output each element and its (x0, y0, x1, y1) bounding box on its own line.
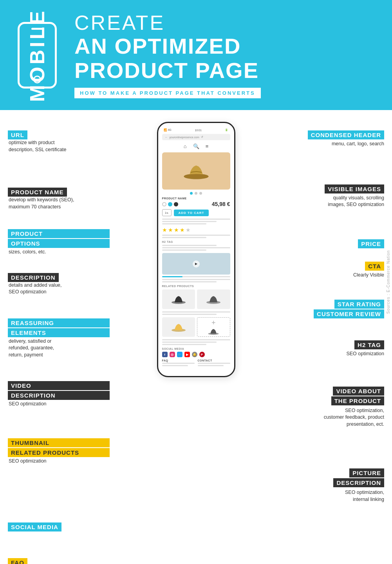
divider-lines-2 (162, 235, 230, 238)
star-rating-item: STAR RATING CUSTOMER REVIEW (282, 300, 384, 319)
thumbnail-related-item: THUMBNAIL RELATED PRODUCTS SEO optimizat… (8, 438, 110, 465)
side-watermark: Sources : E-Commerce Nation (385, 249, 392, 316)
line-1 (162, 219, 230, 220)
center-column: 📶 4G 10:01 🔋 ← youronlinepresence.com ↺ … (110, 122, 282, 564)
product-options-row: 45,98 € (162, 201, 230, 207)
condensed-header-label: CONDENSED HEADER (308, 130, 384, 139)
divider-lines-1 (162, 219, 230, 224)
h2-tag-display: H2 TAG (162, 240, 230, 243)
phone-url-bar: ← youronlinepresence.com ↺ (162, 134, 230, 140)
contact-lines (198, 363, 230, 366)
related-item-1 (162, 289, 195, 309)
product-options-item: PRODUCT OPTIONS sizes, colors, etc. (8, 229, 110, 256)
line-13 (162, 339, 230, 340)
thumbnail-desc: SEO optimization (8, 458, 110, 465)
url-item: URL optimize with productdescription, SS… (8, 130, 110, 153)
qty-add-row: 1 ⇅ ADD TO CART (162, 209, 230, 216)
url-desc: optimize with productdescription, SSL ce… (8, 139, 110, 153)
visible-images-item: VISIBLE IMAGES quality visuals, scrollin… (282, 184, 384, 208)
video-progress-fill (162, 276, 182, 277)
reassuring-label1: REASSURING (8, 318, 110, 327)
plus-icon: + (211, 319, 216, 327)
social-media-section: SOCIAL MEDIA f ◎ 🐦 ▶ 🔔 P (162, 347, 230, 357)
thumbnail-label1: THUMBNAIL (8, 438, 110, 447)
social-media-label: SOCIAL MEDIA (8, 522, 61, 531)
h2-tag-desc: SEO optimization (282, 351, 384, 358)
line-11 (162, 311, 230, 313)
reassuring-item: REASSURING ELEMENTS delivery, satisfied … (8, 318, 110, 359)
quantity-box[interactable]: 1 ⇅ (162, 209, 172, 216)
h2-tag-label: H2 TAG (354, 340, 384, 349)
cta-label: CTA (365, 262, 384, 271)
divider-lines-4 (162, 279, 230, 282)
phone-shape: MOBILE (18, 22, 57, 89)
facebook-icon: f (162, 352, 168, 357)
video-section: ▶ (162, 253, 230, 275)
product-image (162, 152, 230, 190)
social-icons-row: f ◎ 🐦 ▶ 🔔 P (162, 352, 230, 357)
picture-desc-item: PICTURE DESCRIPTION SEO optimization,int… (282, 468, 384, 503)
contact-label-phone: CONTACT (198, 359, 230, 362)
right-column: CONDENSED HEADER menu, cart, logo, searc… (282, 122, 384, 564)
picture-desc-label-group: PICTURE DESCRIPTION (282, 468, 384, 488)
faq-label: FAQ (8, 558, 27, 564)
reassuring-desc: delivery, satisfied orrefunded, guarante… (8, 338, 110, 359)
pinterest-icon: P (199, 352, 205, 357)
faq-section: FAQ (162, 359, 195, 369)
line-4 (162, 235, 230, 236)
line-7 (162, 247, 230, 248)
video-desc-label-group: VIDEO DESCRIPTION (8, 381, 110, 401)
url-label: URL (8, 130, 27, 139)
visible-images-desc: quality visuals, scrollingimages, SEO op… (282, 195, 384, 208)
add-to-cart-button[interactable]: ADD TO CART (174, 210, 209, 216)
faq-line-2 (162, 365, 188, 366)
menu-icon: ≡ (206, 143, 209, 149)
product-name-desc: develop with keywords (SEO),maximum 70 c… (8, 197, 110, 210)
home-icon: ⌂ (184, 143, 187, 149)
thumbnail-label-group: THUMBNAIL RELATED PRODUCTS (8, 438, 110, 458)
product-name-label: PRODUCT NAME (8, 188, 67, 197)
battery-icon: 🔋 (225, 128, 228, 132)
related-item-2 (197, 289, 230, 309)
line-3 (162, 223, 206, 224)
thumbnail-label2: RELATED PRODUCTS (8, 448, 110, 457)
video-progress-bar (162, 276, 230, 277)
video-desc-desc: SEO optimization (8, 401, 110, 408)
play-button[interactable]: ▶ (193, 260, 200, 268)
line-10 (162, 281, 217, 282)
star-4: ★ (180, 227, 185, 233)
related-hat-4 (208, 327, 219, 336)
price-item: PRICE (282, 239, 384, 248)
back-icon: ← (165, 136, 168, 139)
divider-lines-6 (162, 339, 230, 345)
star-1: ★ (162, 227, 167, 233)
star-rating-row: ★ ★ ★ ★ ★ (162, 227, 230, 233)
product-name-item: PRODUCT NAME develop with keywords (SEO)… (8, 188, 110, 210)
line-5 (162, 237, 206, 238)
picture-desc-label1: PICTURE (349, 468, 384, 477)
hat-illustration (182, 161, 210, 181)
h2-tag-item: H2 TAG SEO optimization (282, 340, 384, 358)
mobile-phone-icon: MOBILE (12, 22, 63, 89)
dot-2 (195, 192, 197, 195)
price-label: PRICE (358, 239, 384, 248)
related-hat-1 (171, 293, 186, 305)
video-about-label2: THE PRODUCT (331, 396, 384, 405)
star-rating-label2: CUSTOMER REVIEW (314, 309, 384, 318)
left-column: URL optimize with productdescription, SS… (8, 122, 110, 564)
video-desc-label2: DESCRIPTION (8, 391, 110, 400)
youtube-icon: ▶ (184, 352, 190, 357)
dot-1 (190, 192, 193, 195)
product-options-label1: PRODUCT (8, 229, 110, 238)
related-item-3 (162, 317, 195, 337)
main-content: URL optimize with productdescription, SS… (0, 110, 392, 564)
related-products-grid-2: + (162, 317, 230, 337)
subtitle: HOW TO MAKE A PRODUCT PAGE THAT CONVERTS (74, 88, 261, 98)
star-3: ★ (174, 227, 179, 233)
phone-mockup: 📶 4G 10:01 🔋 ← youronlinepresence.com ↺ … (157, 122, 235, 377)
product-options-label-group: PRODUCT OPTIONS (8, 229, 110, 249)
video-about-label-group: VIDEO ABOUT THE PRODUCT (282, 387, 384, 406)
line-12 (162, 314, 217, 315)
divider-lines-5 (162, 311, 230, 315)
social-label: SOCIAL MEDIA (162, 347, 230, 350)
